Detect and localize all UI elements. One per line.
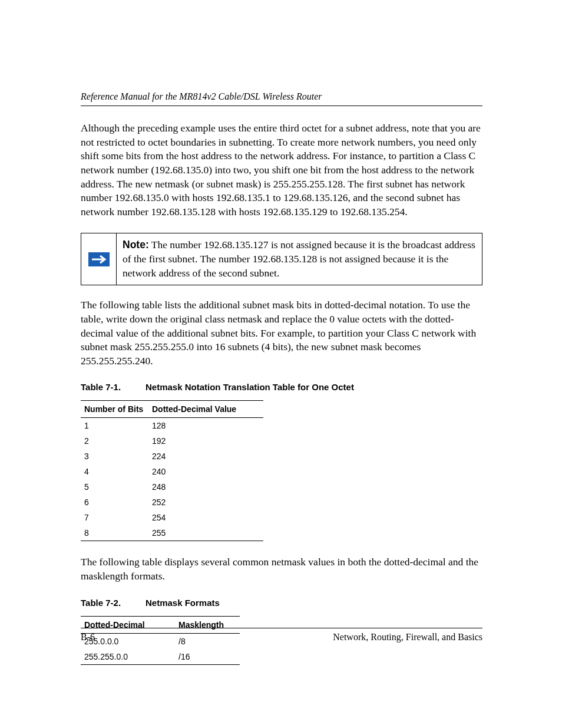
footer-section-title: Network, Routing, Firewall, and Basics [333,632,482,643]
table-row: 255.255.0.0/16 [81,649,240,665]
table-cell: 3 [81,449,148,464]
page-footer: B-6 Network, Routing, Firewall, and Basi… [81,628,482,643]
arrow-right-icon [88,252,110,266]
table-row: 6252 [81,495,263,510]
note-label: Note: [123,239,149,251]
table-1-header-1: Dotted-Decimal Value [148,401,263,418]
table-cell: 4 [81,464,148,479]
paragraph-2: The following table lists the additional… [81,298,482,368]
table-1-number: Table 7-1. [81,382,146,392]
note-callout: Note: The number 192.68.135.127 is not a… [81,233,482,285]
table-cell: 252 [148,495,263,510]
table-1-title: Netmask Notation Translation Table for O… [146,382,354,392]
table-cell: 8 [81,525,148,541]
table-row: 4240 [81,464,263,479]
page-header-title: Reference Manual for the MR814v2 Cable/D… [81,91,482,106]
table-row: 8255 [81,525,263,541]
table-cell: 224 [148,449,263,464]
table-cell: 1 [81,418,148,434]
table-row: 2192 [81,433,263,449]
table-2-title: Netmask Formats [146,598,220,608]
table-row: 1128 [81,418,263,434]
table-1-header-0: Number of Bits [81,401,148,418]
table-cell: 248 [148,479,263,495]
netmask-translation-table: Number of Bits Dotted-Decimal Value 1128… [81,400,263,541]
table-cell: 254 [148,510,263,525]
note-body: The number 192.68.135.127 is not assigne… [123,239,475,278]
table-cell: 128 [148,418,263,434]
table-cell: 240 [148,464,263,479]
table-cell: 192 [148,433,263,449]
table-cell: 7 [81,510,148,525]
note-text: Note: The number 192.68.135.127 is not a… [117,233,482,285]
paragraph-1: Although the preceding example uses the … [81,121,482,219]
table-cell: 255.255.0.0 [81,649,175,665]
table-cell: 5 [81,479,148,495]
table-cell: 6 [81,495,148,510]
note-icon-cell [81,233,117,285]
table-row: 7254 [81,510,263,525]
table-2-caption: Table 7-2.Netmask Formats [81,598,482,608]
paragraph-3: The following table displays several com… [81,555,482,583]
footer-page-number: B-6 [81,632,95,643]
table-cell: /16 [175,649,240,665]
table-cell: 2 [81,433,148,449]
table-2-number: Table 7-2. [81,598,146,608]
table-row: 3224 [81,449,263,464]
table-cell: 255 [148,525,263,541]
table-1-caption: Table 7-1.Netmask Notation Translation T… [81,382,482,392]
table-row: 5248 [81,479,263,495]
